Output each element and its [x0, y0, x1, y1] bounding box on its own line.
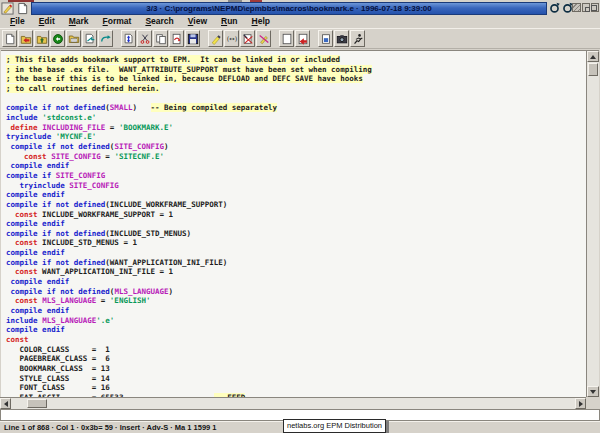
scroll-right-button[interactable] [575, 398, 586, 409]
new-document-button[interactable] [2, 30, 17, 47]
code-line[interactable] [6, 94, 586, 104]
menu-mark[interactable]: Mark [64, 15, 94, 28]
horizontal-scrollbar[interactable] [0, 397, 586, 409]
save-disk-button[interactable] [185, 30, 200, 47]
code-line[interactable]: compile endif [6, 306, 586, 316]
menu-run[interactable]: Run [216, 15, 243, 28]
minimize-button[interactable] [582, 3, 590, 12]
parens-button[interactable]: (↔) [224, 30, 239, 47]
code-area[interactable]: ; This file adds bookmark support to EPM… [1, 51, 586, 397]
code-line[interactable]: ; to call routines defined herein. [6, 84, 586, 94]
menu-file[interactable]: File [5, 15, 30, 28]
code-line[interactable]: COLOR_CLASS = 1 [6, 345, 586, 355]
vertical-scrollbar[interactable] [586, 50, 599, 397]
doc-move-button[interactable] [121, 30, 136, 47]
code-segment: define [11, 123, 38, 132]
cut-button[interactable] [137, 30, 152, 47]
save-disk-icon [187, 33, 199, 45]
code-line[interactable]: const INCLUDE_STD_MENUS = 1 [6, 238, 586, 248]
menu-search[interactable]: Search [140, 15, 178, 28]
code-segment: MLS_LANGUAGE [114, 287, 168, 296]
copy-button[interactable] [153, 30, 168, 47]
epm-app-icon[interactable] [1, 1, 15, 15]
code-line[interactable]: compile endif [6, 325, 586, 335]
code-line[interactable]: tryinclude SITE_CONFIG [6, 181, 586, 191]
code-segment: SITE_CONFIG [69, 181, 119, 190]
code-line[interactable]: compile endif [6, 190, 586, 200]
code-line[interactable]: FONT_CLASS = 16 [6, 383, 586, 393]
doc-send-button[interactable] [82, 30, 97, 47]
scroll-down-button[interactable] [587, 386, 599, 397]
code-line[interactable]: compile if not defined(SMALL) -- Being c… [6, 103, 586, 113]
code-line[interactable]: STYLE_CLASS = 14 [6, 374, 586, 384]
camera-button[interactable] [334, 30, 349, 47]
run-man-icon [352, 33, 364, 45]
title-bar[interactable]: 3/3 · C:\programs\NEPMD\epmbbs\macros\bo… [31, 2, 547, 15]
doc-import-arrow-button[interactable] [295, 30, 310, 47]
horizontal-scroll-thumb[interactable] [27, 399, 47, 408]
highlighter-icon [210, 33, 222, 45]
menu-help[interactable]: Help [247, 15, 275, 28]
code-line[interactable]: PAGEBREAK_CLASS = 6 [6, 354, 586, 364]
code-line[interactable]: include MLS_LANGUAGE'.e' [6, 316, 586, 326]
code-line[interactable]: const [6, 335, 586, 345]
code-segment: const [15, 267, 38, 276]
copy-icon [155, 33, 167, 45]
code-line[interactable]: const WANT_APPLICATION_INI_FILE = 1 [6, 267, 586, 277]
maximize-button[interactable] [591, 3, 599, 12]
code-line[interactable]: compile endif [6, 248, 586, 258]
code-line[interactable]: compile if not defined(WANT_APPLICATION_… [6, 258, 586, 268]
code-segment: compile endif [6, 190, 65, 199]
hatch-button[interactable] [572, 3, 581, 12]
code-line[interactable]: ; the base if this is to be linked in, b… [6, 74, 586, 84]
code-line[interactable]: compile endif [6, 161, 586, 171]
code-line[interactable]: const MLS_LANGUAGE = 'ENGLISH' [6, 296, 586, 306]
document-icon[interactable] [16, 1, 30, 15]
menu-view[interactable]: View [183, 15, 212, 28]
doc-small-icon [320, 33, 332, 45]
refresh-button[interactable] [50, 30, 65, 47]
code-line[interactable]: const SITE_CONFIG = 'SITECNF.E' [6, 152, 586, 162]
vertical-scroll-thumb[interactable] [588, 63, 598, 76]
editor-pane[interactable]: ; This file adds bookmark support to EPM… [1, 50, 586, 397]
code-line[interactable]: compile if not defined(MLS_LANGUAGE) [6, 287, 586, 297]
code-line[interactable]: BOOKMARK_CLASS = 13 [6, 364, 586, 374]
code-line[interactable]: compile if not defined(SITE_CONFIG) [6, 142, 586, 152]
code-segment: compile if not defined [6, 103, 105, 112]
code-line[interactable]: define INCLUDING_FILE = 'BOOKMARK.E' [6, 123, 586, 133]
doc-small-button[interactable] [318, 30, 333, 47]
run-man-button[interactable] [350, 30, 365, 47]
code-line[interactable]: compile if not defined(INCLUDE_WORKFRAME… [6, 200, 586, 210]
pen-slash-button[interactable] [256, 30, 271, 47]
code-line[interactable]: compile if not defined(INCLUDE_STD_MENUS… [6, 229, 586, 239]
code-segment: compile endif [6, 219, 65, 228]
code-line[interactable]: tryinclude 'MYCNF.E' [6, 132, 586, 142]
tooltip: netlabs.org EPM Distribution [283, 419, 386, 433]
arrow-redo-icon [100, 33, 112, 45]
scroll-up-button[interactable] [587, 51, 599, 62]
doc-undo-button[interactable] [169, 30, 184, 47]
code-line[interactable]: compile if SITE_CONFIG [6, 171, 586, 181]
epm-app-icon [1, 2, 14, 15]
doc-cutmark-button[interactable] [240, 30, 255, 47]
blank-doc-button[interactable] [279, 30, 294, 47]
code-line[interactable]: const INCLUDE_WORKFRAME_SUPPORT = 1 [6, 210, 586, 220]
arrow-redo-button[interactable] [98, 30, 113, 47]
code-segment: compile if not defined [11, 287, 110, 296]
arrow-left-icon [4, 401, 8, 407]
menu-format[interactable]: Format [98, 15, 137, 28]
rotate-left-icon[interactable] [548, 0, 561, 13]
code-line[interactable]: include 'stdconst.e' [6, 113, 586, 123]
open-folder-button[interactable] [18, 30, 33, 47]
folder-import-button[interactable] [34, 30, 49, 47]
highlighter-button[interactable] [208, 30, 223, 47]
code-line[interactable]: compile endif [6, 277, 586, 287]
scroll-left-button[interactable] [0, 398, 11, 409]
code-line[interactable]: ; This file adds bookmark support to EPM… [6, 55, 586, 65]
code-segment: COLOR_CLASS = 1 [6, 345, 110, 354]
code-line[interactable]: compile endif [6, 219, 586, 229]
menu-edit[interactable]: Edit [34, 15, 60, 28]
code-line[interactable]: ; in the base .ex file. WANT_ATTRIBUTE_S… [6, 65, 586, 75]
folder-list-button[interactable] [66, 30, 81, 47]
code-segment: = [96, 296, 110, 305]
